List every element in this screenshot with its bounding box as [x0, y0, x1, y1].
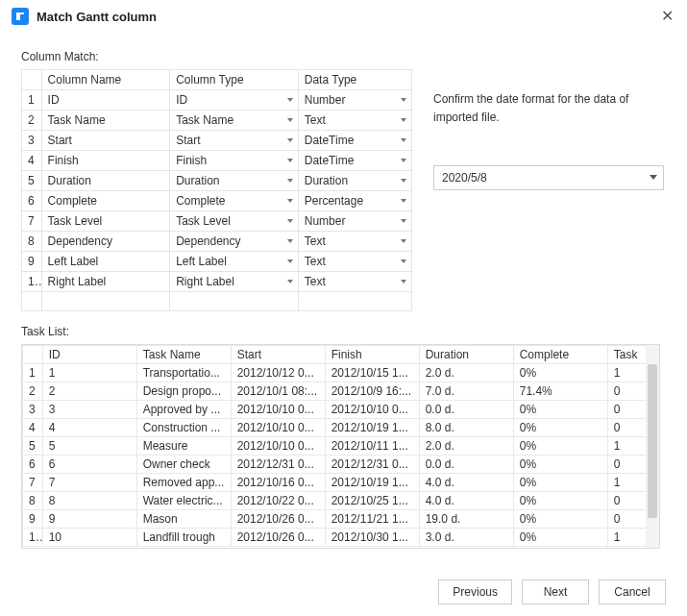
cell-data-type[interactable]: Text	[298, 111, 411, 131]
cell-column-type[interactable]: Dependency	[170, 232, 299, 252]
task-cell-task: 0	[607, 492, 647, 510]
cell-column-name: Task Level	[41, 211, 170, 232]
task-list-wrap: ID Task Name Start Finish Duration Compl…	[21, 344, 660, 549]
task-cell-finish: 2012/10/19 1...	[325, 474, 419, 492]
cell-data-type[interactable]: Percentage	[298, 191, 411, 211]
task-row-index: 6	[23, 456, 43, 474]
task-cell-task: 0	[607, 401, 647, 419]
chevron-down-icon	[650, 175, 657, 180]
row-index: 8	[22, 232, 42, 252]
task-cell-start: 2012/10/10 0...	[231, 401, 325, 419]
chevron-down-icon	[287, 199, 293, 203]
task-cell-task: 0	[607, 456, 647, 474]
cell-column-type[interactable]: Task Level	[170, 211, 299, 232]
cell-column-name: ID	[41, 90, 170, 111]
cell-column-type[interactable]: ID	[170, 90, 299, 111]
column-match-row: 4FinishFinishDateTime	[22, 151, 412, 171]
cell-column-type[interactable]: Left Label	[170, 252, 299, 272]
task-cell-start: 2012/10/16 0...	[231, 474, 325, 492]
row-index: 9	[22, 252, 42, 272]
column-match-row: 2Task NameTask NameText	[22, 111, 412, 131]
task-cell-finish: 2012/10/25 1...	[325, 492, 419, 510]
chevron-down-icon	[401, 280, 406, 283]
cell-data-type[interactable]: Duration	[298, 171, 411, 191]
row-index: 2	[22, 111, 42, 131]
task-cell-finish: 2012/11/21 1...	[325, 510, 419, 529]
cell-column-type[interactable]: Finish	[170, 151, 299, 171]
cell-column-name: Task Name	[41, 111, 170, 131]
footer: Previous Next Cancel	[438, 579, 666, 604]
task-header-duration: Duration	[419, 346, 513, 364]
task-list-header-row: ID Task Name Start Finish Duration Compl…	[23, 346, 648, 364]
task-cell-complete: 0%	[513, 419, 607, 437]
task-cell-start: 2012/10/26 0...	[231, 529, 325, 547]
task-list-scrollbar[interactable]	[646, 345, 659, 548]
task-row-index: 3	[23, 401, 43, 419]
date-format-select[interactable]: 2020/5/8	[433, 165, 664, 190]
cell-column-type[interactable]: Complete	[170, 191, 299, 211]
column-match-row: 1IDIDNumber	[22, 90, 412, 111]
cell-column-type[interactable]: Task Name	[170, 111, 299, 131]
column-match-table: Column Name Column Type Data Type 1IDIDN…	[21, 69, 412, 311]
cell-column-type[interactable]: Duration	[170, 171, 299, 191]
cell-data-type[interactable]: Number	[298, 211, 411, 232]
task-row-index: 10	[23, 529, 43, 547]
task-row[interactable]: 33Approved by ...2012/10/10 0...2012/10/…	[23, 401, 648, 419]
scrollbar-thumb[interactable]	[648, 364, 657, 518]
task-cell-duration: 0.0 d.	[419, 456, 513, 474]
task-cell-duration: 3.0 d.	[419, 529, 513, 547]
task-cell-name: Transportatio...	[136, 364, 231, 382]
cell-data-type[interactable]: Text	[298, 232, 411, 252]
row-index: 1	[22, 90, 42, 111]
task-cell-complete: 0%	[513, 529, 607, 547]
cell-data-type[interactable]: Text	[298, 252, 411, 272]
task-cell-duration: 0.0 d.	[419, 401, 513, 419]
task-cell-task: 0	[607, 419, 647, 437]
task-row[interactable]: 55Measure2012/10/10 0...2012/10/11 1...2…	[23, 437, 648, 456]
task-row[interactable]: 44Construction ...2012/10/10 0...2012/10…	[23, 419, 648, 437]
task-cell-name: Removed app...	[136, 474, 231, 492]
chevron-down-icon	[287, 259, 293, 263]
close-button[interactable]: ✕	[656, 6, 677, 27]
cell-data-type[interactable]: DateTime	[298, 151, 411, 171]
row-index: 7	[22, 211, 42, 232]
cell-column-name: Duration	[41, 171, 170, 191]
task-cell-id: 8	[42, 492, 136, 510]
cancel-button[interactable]: Cancel	[599, 579, 666, 604]
cell-column-type[interactable]: Right Label	[170, 272, 299, 292]
task-cell-start: 2012/10/10 0...	[231, 437, 325, 456]
task-cell-complete: 0%	[513, 401, 607, 419]
task-cell-id: 9	[42, 510, 136, 529]
chevron-down-icon	[401, 159, 406, 162]
task-row[interactable]: 77Removed app...2012/10/16 0...2012/10/1…	[23, 474, 648, 492]
task-row[interactable]: 11Transportatio...2012/10/12 0...2012/10…	[23, 364, 648, 382]
task-row-index: 7	[23, 474, 43, 492]
task-cell-id: 10	[42, 529, 136, 547]
task-cell-duration: 4.0 d.	[419, 474, 513, 492]
cell-data-type[interactable]: DateTime	[298, 131, 411, 151]
task-row[interactable]: 88Water electric...2012/10/22 0...2012/1…	[23, 492, 648, 510]
cell-data-type[interactable]: Text	[298, 272, 411, 292]
cell-column-type[interactable]: Start	[170, 131, 299, 151]
task-cell-name: Construction ...	[136, 419, 231, 437]
task-header-blank	[23, 346, 43, 364]
previous-button[interactable]: Previous	[438, 579, 512, 604]
column-match-row: 5DurationDurationDuration	[22, 171, 412, 191]
cell-data-type[interactable]: Number	[298, 90, 411, 111]
window-title: Match Gantt column	[37, 10, 157, 24]
task-cell-id: 3	[42, 401, 136, 419]
row-index: 3	[22, 131, 42, 151]
task-row[interactable]: 66Owner check2012/12/31 0...2012/12/31 0…	[23, 456, 648, 474]
task-cell-duration: 2.0 d.	[419, 364, 513, 382]
chevron-down-icon	[401, 259, 406, 263]
next-button[interactable]: Next	[522, 579, 589, 604]
task-row[interactable]: 99Mason2012/10/26 0...2012/11/21 1...19.…	[23, 510, 648, 529]
chevron-down-icon	[287, 179, 293, 183]
task-header-complete: Complete	[513, 346, 607, 364]
task-row-index: 1	[23, 364, 43, 382]
task-row[interactable]: 1010Landfill trough2012/10/26 0...2012/1…	[23, 529, 648, 547]
app-icon	[12, 8, 29, 25]
task-cell-complete: 0%	[513, 437, 607, 456]
chevron-down-icon	[287, 98, 293, 102]
task-row[interactable]: 22Design propo...2012/10/1 08:...2012/10…	[23, 382, 648, 401]
